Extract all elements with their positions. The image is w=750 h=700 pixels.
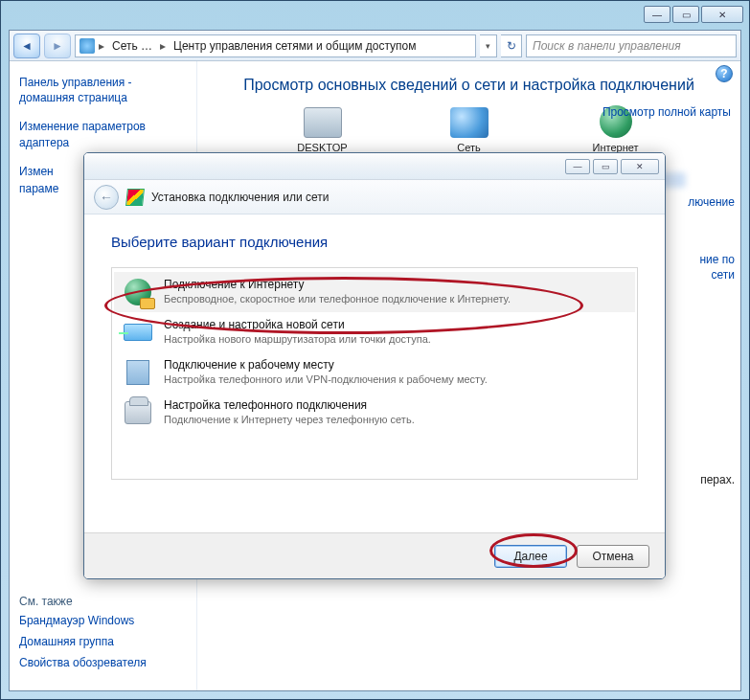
option-desc: Настройка телефонного или VPN-подключени… bbox=[164, 373, 488, 385]
view-full-map-link[interactable]: Просмотр полной карты bbox=[602, 105, 731, 119]
option-setup-dialup[interactable]: Настройка телефонного подключения Подклю… bbox=[114, 393, 635, 433]
dialog-titlebar[interactable]: — ▭ ✕ bbox=[84, 153, 665, 180]
option-title: Подключение к рабочему месту bbox=[164, 358, 488, 372]
option-desc: Беспроводное, скоростное или телефонное … bbox=[164, 293, 511, 305]
dialog-footer: Далее Отмена bbox=[84, 532, 665, 578]
wizard-title: Установка подключения или сети bbox=[151, 191, 329, 204]
connection-wizard-dialog: — ▭ ✕ ← Установка подключения или сети В… bbox=[83, 152, 666, 579]
dialog-body: Выберите вариант подключения Подключение… bbox=[84, 215, 665, 484]
see-also-homegroup[interactable]: Домашняя группа bbox=[19, 635, 192, 648]
option-title: Подключение к Интернету bbox=[164, 278, 511, 291]
window-titlebar: — ▭ ✕ bbox=[1, 1, 749, 28]
option-title: Настройка телефонного подключения bbox=[164, 398, 415, 412]
wizard-back-button[interactable]: ← bbox=[94, 185, 119, 210]
search-input[interactable]: Поиск в панели управления bbox=[526, 34, 737, 57]
chevron-right-icon: ▸ bbox=[99, 39, 104, 53]
refresh-button[interactable]: ↻ bbox=[501, 34, 522, 57]
phone-icon bbox=[122, 398, 154, 427]
nav-forward-button[interactable]: ► bbox=[44, 34, 71, 58]
router-icon bbox=[122, 318, 154, 347]
search-placeholder: Поиск в панели управления bbox=[533, 39, 681, 53]
window-close-button[interactable]: ✕ bbox=[701, 6, 743, 23]
address-bar[interactable]: ▸ Сеть … ▸ Центр управления сетями и общ… bbox=[75, 34, 476, 57]
pc-icon bbox=[304, 107, 342, 138]
option-setup-network[interactable]: Создание и настройка новой сети Настройк… bbox=[114, 312, 635, 352]
network-icon bbox=[80, 38, 95, 54]
page-title: Просмотр основных сведений о сети и наст… bbox=[211, 77, 727, 94]
map-node-desktop: DESKTOP bbox=[280, 107, 366, 153]
see-also-internet-options[interactable]: Свойства обозревателя bbox=[19, 656, 192, 669]
option-title: Создание и настройка новой сети bbox=[164, 318, 431, 331]
option-connect-workplace[interactable]: Подключение к рабочему месту Настройка т… bbox=[114, 352, 635, 393]
option-desc: Подключение к Интернету через телефонную… bbox=[164, 414, 415, 425]
partial-text: лючение bbox=[688, 195, 735, 209]
dialog-close-button[interactable]: ✕ bbox=[621, 159, 659, 174]
sidebar-link-cp-home[interactable]: Панель управления - домашняя страница bbox=[19, 75, 187, 105]
window-maximize-button[interactable]: ▭ bbox=[672, 6, 699, 23]
breadcrumb-network[interactable]: Сеть … bbox=[108, 38, 156, 54]
network-icon bbox=[450, 107, 489, 138]
partial-text: перах. bbox=[700, 473, 735, 486]
map-node-network: Сеть bbox=[426, 107, 512, 153]
building-icon bbox=[122, 358, 154, 387]
window-minimize-button[interactable]: — bbox=[644, 6, 670, 23]
wizard-heading: Выберите вариант подключения bbox=[111, 234, 638, 250]
option-connect-internet[interactable]: Подключение к Интернету Беспроводное, ск… bbox=[114, 272, 635, 312]
connection-options-list[interactable]: Подключение к Интернету Беспроводное, ск… bbox=[111, 267, 638, 480]
next-button[interactable]: Далее bbox=[494, 545, 567, 568]
dialog-header: ← Установка подключения или сети bbox=[84, 180, 665, 215]
see-also-section: См. также Брандмауэр Windows Домашняя гр… bbox=[19, 595, 192, 677]
dialog-maximize-button[interactable]: ▭ bbox=[593, 159, 618, 174]
cancel-button[interactable]: Отмена bbox=[577, 545, 649, 568]
chevron-right-icon: ▸ bbox=[160, 39, 166, 53]
address-bar-row: ◄ ► ▸ Сеть … ▸ Центр управления сетями и… bbox=[10, 31, 740, 61]
see-also-firewall[interactable]: Брандмауэр Windows bbox=[19, 614, 192, 627]
see-also-heading: См. также bbox=[19, 595, 192, 608]
sidebar-link-adapter-settings[interactable]: Изменение параметров адаптера bbox=[19, 119, 187, 149]
help-icon[interactable]: ? bbox=[716, 65, 733, 82]
partial-text: ние по bbox=[699, 253, 735, 266]
explorer-window: — ▭ ✕ ◄ ► ▸ Сеть … ▸ Центр управления се… bbox=[0, 0, 750, 700]
partial-text: сети bbox=[712, 268, 735, 282]
address-history-dropdown[interactable]: ▾ bbox=[480, 34, 497, 57]
dialog-minimize-button[interactable]: — bbox=[565, 159, 590, 174]
globe-icon bbox=[122, 278, 154, 306]
option-desc: Настройка нового маршрутизатора или точк… bbox=[164, 333, 431, 345]
nav-back-button[interactable]: ◄ bbox=[13, 34, 40, 58]
breadcrumb-current[interactable]: Центр управления сетями и общим доступом bbox=[170, 38, 420, 54]
wizard-flag-icon bbox=[125, 189, 145, 206]
